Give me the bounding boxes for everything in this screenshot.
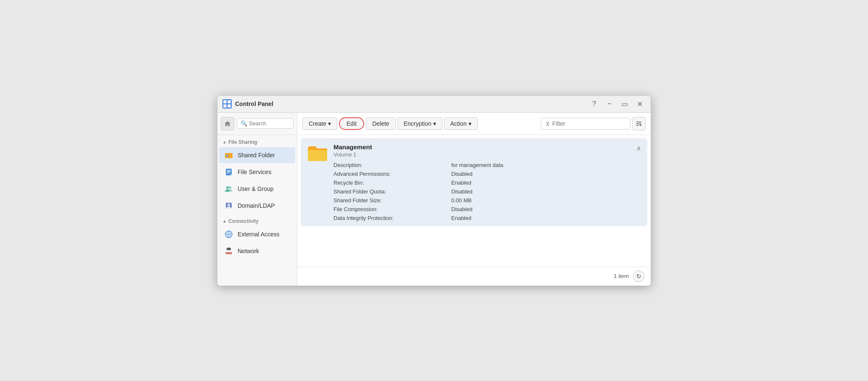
action-button[interactable]: Action ▾ [444,117,478,130]
filter-icon: ⊻ [545,120,550,127]
minimize-button[interactable]: − [603,98,615,110]
svg-point-7 [226,154,228,157]
sidebar-item-user-group[interactable]: User & Group [219,181,295,197]
action-dropdown-arrow: ▾ [468,120,471,127]
app-icon [222,99,232,108]
encryption-button[interactable]: Encryption ▾ [397,117,442,130]
prop-value: Disabled [451,171,640,177]
folder-details: Management Volume 1 Description:for mana… [333,143,640,221]
window-title: Control Panel [235,101,588,107]
item-count: 1 item [614,273,629,279]
title-bar: Control Panel ? − ▭ ✕ [217,96,651,113]
delete-label: Delete [372,120,389,127]
file-sharing-section-header[interactable]: ▲ File Sharing [217,135,297,147]
create-dropdown-arrow: ▾ [328,120,331,127]
create-button[interactable]: Create ▾ [302,117,337,130]
sidebar-label-user-group: User & Group [238,185,274,192]
maximize-button[interactable]: ▭ [619,98,630,110]
sidebar-label-network: Network [238,248,259,254]
sidebar-item-network[interactable]: Network [219,243,295,259]
search-icon: 🔍 [241,120,247,127]
external-access-icon [224,230,233,239]
create-label: Create [309,120,326,127]
encryption-dropdown-arrow: ▾ [433,120,436,127]
sidebar: 🔍 ▲ File Sharing [217,113,297,286]
connectivity-section-header[interactable]: ▲ Connectivity [217,214,297,226]
status-bar: 1 item ↻ [297,267,651,286]
prop-value: Disabled [451,188,640,195]
prop-value: Disabled [451,206,640,212]
sort-button[interactable] [632,117,646,130]
svg-point-12 [228,204,230,206]
domain-ldap-icon [224,201,233,210]
network-icon [224,246,233,256]
svg-rect-6 [225,153,228,154]
close-button[interactable]: ✕ [634,98,646,110]
prop-label: Advanced Permissions: [333,171,451,177]
file-services-icon [224,167,233,177]
prop-label: Recycle Bin: [333,180,451,186]
sidebar-top: 🔍 [217,113,297,135]
help-button[interactable]: ? [588,98,600,110]
svg-point-10 [229,186,231,189]
search-input[interactable] [249,120,290,127]
folder-item-management[interactable]: Management Volume 1 Description:for mana… [301,138,647,226]
shared-folder-icon [224,151,233,160]
encryption-label: Encryption [404,120,431,127]
file-sharing-label: File Sharing [228,139,257,145]
user-group-icon [224,184,233,193]
folder-expand-chevron[interactable]: ∧ [636,144,641,152]
svg-point-9 [226,186,229,189]
file-sharing-chevron: ▲ [222,140,227,144]
prop-value: for management data [451,162,640,168]
prop-value: Enabled [451,215,640,221]
delete-button[interactable]: Delete [366,117,395,130]
prop-label: Data Integrity Protection: [333,215,451,221]
sidebar-item-external-access[interactable]: External Access [219,226,295,242]
prop-label: File Compression: [333,206,451,212]
sidebar-label-shared-folder: Shared Folder [238,152,275,159]
connectivity-chevron: ▲ [222,219,227,223]
prop-value: 0.00 MB [451,197,640,204]
sidebar-item-domain-ldap[interactable]: Domain/LDAP [219,198,295,214]
window-controls: ? − ▭ ✕ [588,98,646,110]
edit-button[interactable]: Edit [339,117,364,130]
sidebar-label-external-access: External Access [238,231,280,238]
svg-rect-4 [228,104,231,108]
sidebar-label-file-services: File Services [238,169,271,175]
home-button[interactable] [221,117,234,130]
folder-props: Description:for management dataAdvanced … [333,162,640,221]
prop-value: Enabled [451,180,640,186]
svg-rect-2 [228,100,231,103]
main-panel: Create ▾ Edit Delete Encryption ▾ Action… [297,113,651,286]
prop-label: Shared Folder Quota: [333,188,451,195]
content-area: 🔍 ▲ File Sharing [217,113,651,286]
search-box: 🔍 [237,118,294,129]
sidebar-item-shared-folder[interactable]: Shared Folder [219,147,295,163]
folder-name: Management [333,143,640,151]
prop-label: Shared Folder Size: [333,197,451,204]
connectivity-label: Connectivity [228,218,259,224]
folder-icon [307,144,328,166]
filter-box: ⊻ [541,118,630,130]
filter-input[interactable] [552,120,626,127]
action-label: Action [450,120,467,127]
prop-label: Description: [333,162,451,168]
folder-volume: Volume 1 [333,151,640,158]
sidebar-item-file-services[interactable]: File Services [219,164,295,180]
svg-rect-3 [223,104,227,108]
svg-rect-19 [227,248,231,250]
content-list: Management Volume 1 Description:for mana… [297,135,651,267]
sidebar-label-domain-ldap: Domain/LDAP [238,202,275,209]
control-panel-window: Control Panel ? − ▭ ✕ 🔍 [217,95,651,286]
edit-label: Edit [347,120,357,127]
toolbar: Create ▾ Edit Delete Encryption ▾ Action… [297,113,651,135]
svg-rect-1 [223,100,227,103]
refresh-button[interactable]: ↻ [633,270,645,282]
